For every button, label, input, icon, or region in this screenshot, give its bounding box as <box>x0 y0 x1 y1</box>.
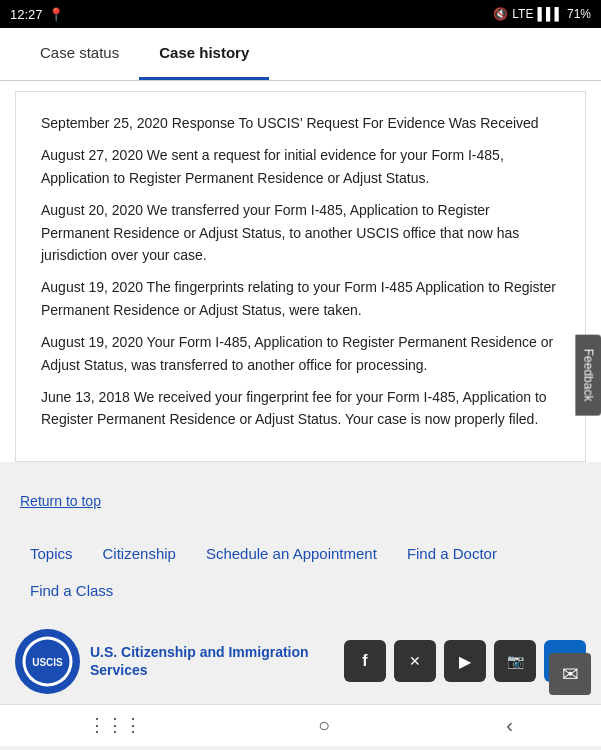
footer-nav-citizenship[interactable]: Citizenship <box>88 535 191 572</box>
case-entry-6: June 13, 2018 We received your fingerpri… <box>41 386 560 431</box>
return-to-top-section: Return to top <box>0 472 601 525</box>
footer-logo-section: USCIS U.S. Citizenship and Immigration S… <box>15 629 344 694</box>
case-history-content: September 25, 2020 Response To USCIS' Re… <box>15 91 586 462</box>
tab-case-history[interactable]: Case history <box>139 28 269 80</box>
feedback-tab[interactable]: Feedback <box>576 335 601 416</box>
case-entry-3: August 20, 2020 We transferred your Form… <box>41 199 560 266</box>
case-entry-2: August 27, 2020 We sent a request for in… <box>41 144 560 189</box>
tabs-container: Case status Case history <box>0 28 601 81</box>
status-left: 12:27 📍 <box>10 7 64 22</box>
mute-icon: 🔇 <box>493 7 508 21</box>
battery-level: 71% <box>567 7 591 21</box>
signal-bars: ▌▌▌ <box>537 7 563 21</box>
footer-nav-find-class[interactable]: Find a Class <box>15 572 128 609</box>
logo-text: U.S. Citizenship and Immigration Service… <box>90 643 344 679</box>
youtube-icon[interactable]: ▶ <box>444 640 486 682</box>
instagram-icon[interactable]: 📷 <box>494 640 536 682</box>
case-entry-5: August 19, 2020 Your Form I-485, Applica… <box>41 331 560 376</box>
nav-menu-btn[interactable]: ⋮⋮⋮ <box>88 714 142 736</box>
time: 12:27 <box>10 7 43 22</box>
tab-case-status[interactable]: Case status <box>20 28 139 80</box>
email-fab[interactable]: ✉ <box>549 653 591 695</box>
logo-svg: USCIS <box>20 634 75 689</box>
case-entry-1: September 25, 2020 Response To USCIS' Re… <box>41 112 560 134</box>
status-right: 🔇 LTE ▌▌▌ 71% <box>493 7 591 21</box>
case-entry-4: August 19, 2020 The fingerprints relatin… <box>41 276 560 321</box>
nav-home-btn[interactable]: ○ <box>318 714 330 737</box>
uscis-logo: USCIS <box>15 629 80 694</box>
nav-back-btn[interactable]: ‹ <box>506 714 513 737</box>
footer-nav-schedule[interactable]: Schedule an Appointment <box>191 535 392 572</box>
return-to-top-link[interactable]: Return to top <box>20 493 101 509</box>
footer-bottom: USCIS U.S. Citizenship and Immigration S… <box>0 614 601 704</box>
main-content: Case status Case history September 25, 2… <box>0 28 601 462</box>
footer-nav-find-doctor[interactable]: Find a Doctor <box>392 535 512 572</box>
android-nav-bar: ⋮⋮⋮ ○ ‹ <box>0 704 601 746</box>
facebook-icon[interactable]: f <box>344 640 386 682</box>
footer-nav-topics[interactable]: Topics <box>15 535 88 572</box>
location-icon: 📍 <box>48 7 64 22</box>
twitter-icon[interactable]: ✕ <box>394 640 436 682</box>
signal-icon: LTE <box>512 7 533 21</box>
footer-nav: Topics Citizenship Schedule an Appointme… <box>0 525 601 614</box>
svg-text:USCIS: USCIS <box>32 657 63 668</box>
status-bar: 12:27 📍 🔇 LTE ▌▌▌ 71% <box>0 0 601 28</box>
